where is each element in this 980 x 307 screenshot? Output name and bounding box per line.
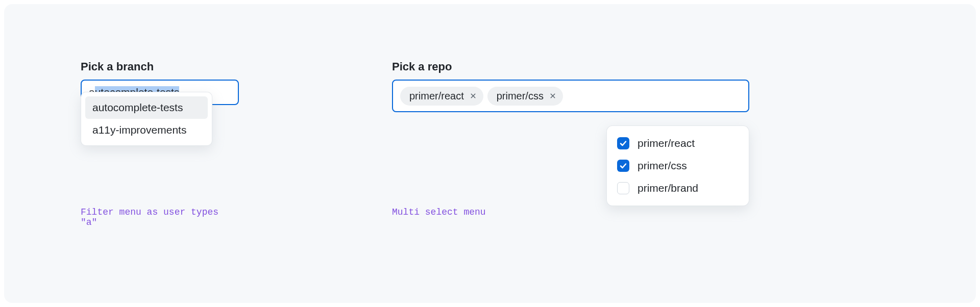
branch-dropdown: autocomplete-tests a11y-improvements — [81, 92, 212, 146]
repo-option[interactable]: primer/react — [613, 132, 743, 155]
repo-option[interactable]: primer/brand — [613, 177, 743, 199]
branch-option[interactable]: autocomplete-tests — [85, 96, 208, 119]
repo-option-label: primer/brand — [638, 182, 698, 194]
branch-option[interactable]: a11y-improvements — [85, 119, 208, 141]
repo-token: primer/css — [487, 87, 563, 106]
repo-label: Pick a repo — [392, 60, 749, 73]
repo-option-label: primer/react — [638, 137, 695, 149]
repo-option-label: primer/css — [638, 160, 687, 172]
branch-label: Pick a branch — [81, 60, 239, 73]
close-icon[interactable] — [549, 92, 557, 100]
repo-caption: Multi select menu — [392, 207, 486, 217]
checkbox-unchecked-icon — [617, 182, 629, 194]
repo-multiselect-example: Pick a repo primer/react primer/css p — [392, 60, 749, 303]
repo-dropdown: primer/react primer/css primer/brand — [606, 125, 749, 206]
repo-token-label: primer/react — [409, 90, 464, 102]
close-icon[interactable] — [469, 92, 477, 100]
repo-token: primer/react — [400, 87, 483, 106]
branch-autocomplete-example: Pick a branch autocomplete-tests autocom… — [81, 60, 239, 303]
branch-caption: Filter menu as user types "a" — [81, 207, 239, 227]
repo-option[interactable]: primer/css — [613, 155, 743, 177]
checkbox-checked-icon — [617, 160, 629, 172]
repo-input[interactable]: primer/react primer/css — [392, 80, 749, 112]
repo-token-label: primer/css — [497, 90, 544, 102]
demo-canvas: Pick a branch autocomplete-tests autocom… — [4, 4, 976, 303]
checkbox-checked-icon — [617, 137, 629, 149]
